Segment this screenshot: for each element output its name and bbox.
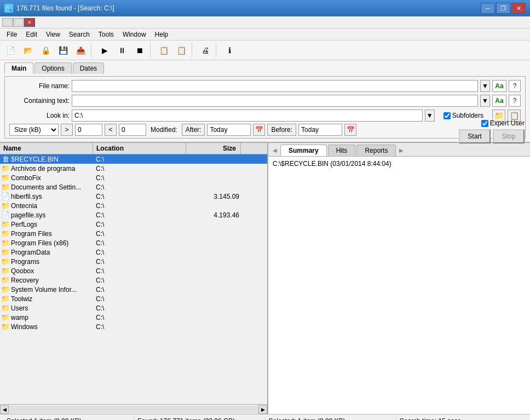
file-icon: 📁 bbox=[0, 248, 11, 256]
tab-main[interactable]: Main bbox=[4, 62, 33, 74]
table-row[interactable]: 📁 Program Files C:\ bbox=[0, 229, 267, 238]
subfolders-checkbox[interactable] bbox=[443, 112, 451, 119]
look-in-dropdown[interactable]: ▼ bbox=[425, 110, 435, 122]
before-calendar-button[interactable]: 📅 bbox=[344, 124, 356, 136]
table-row[interactable]: 📁 Archivos de programa C:\ bbox=[0, 164, 267, 173]
inner-minimize[interactable]: ─ bbox=[2, 18, 13, 27]
containing-text-input[interactable] bbox=[72, 95, 478, 107]
about-button[interactable]: ℹ bbox=[221, 43, 238, 58]
stop-button[interactable]: Stop bbox=[493, 129, 525, 143]
scroll-right[interactable]: ▶ bbox=[258, 405, 267, 414]
col-header-name[interactable]: Name bbox=[0, 143, 93, 154]
containing-text-help[interactable]: ? bbox=[509, 95, 521, 107]
size-max-input[interactable] bbox=[119, 124, 146, 136]
scroll-left[interactable]: ◀ bbox=[0, 405, 9, 414]
minimize-button[interactable]: ─ bbox=[481, 3, 495, 14]
menu-tools[interactable]: Tools bbox=[94, 30, 118, 39]
col-header-size[interactable]: Size bbox=[186, 143, 241, 154]
table-row[interactable]: 📁 Recovery C:\ bbox=[0, 275, 267, 285]
after-date-input[interactable] bbox=[207, 124, 251, 136]
file-name-cell: Windows bbox=[11, 323, 96, 331]
size-min-input[interactable] bbox=[75, 124, 102, 136]
inner-close[interactable]: ✕ bbox=[24, 18, 35, 27]
before-button[interactable]: Before: bbox=[267, 124, 296, 136]
menu-file[interactable]: File bbox=[2, 30, 21, 39]
table-row[interactable]: 📁 ProgramData C:\ bbox=[0, 248, 267, 257]
look-in-input[interactable] bbox=[72, 110, 423, 122]
table-row[interactable]: 📁 Ontecnia C:\ bbox=[0, 201, 267, 210]
print-button[interactable]: 🖨 bbox=[197, 43, 214, 58]
file-name-input[interactable] bbox=[72, 80, 478, 92]
export-button[interactable]: 📤 bbox=[72, 43, 89, 58]
save-button[interactable]: 💾 bbox=[55, 43, 71, 58]
clipboard-button[interactable]: 📋 bbox=[173, 43, 189, 58]
start-button[interactable]: Start bbox=[459, 129, 491, 143]
new-button[interactable]: 📄 bbox=[2, 43, 19, 58]
close-button[interactable]: ✕ bbox=[511, 3, 526, 14]
stop-button[interactable]: ⏹ bbox=[131, 43, 148, 58]
less-than-button[interactable]: < bbox=[105, 124, 117, 136]
table-row[interactable]: 📁 ComboFix C:\ bbox=[0, 173, 267, 182]
restore-button[interactable]: ❐ bbox=[496, 3, 510, 14]
menu-view[interactable]: View bbox=[42, 30, 65, 39]
containing-text-font[interactable]: Aa bbox=[492, 95, 506, 107]
file-location-cell: C:\ bbox=[96, 277, 189, 284]
scroll-track[interactable] bbox=[9, 406, 258, 413]
before-date-input[interactable] bbox=[298, 124, 342, 136]
file-location-cell: C:\ bbox=[96, 183, 189, 191]
file-location-cell: C:\ bbox=[96, 286, 189, 294]
size-filter-select[interactable]: Size (kB) bbox=[9, 124, 59, 136]
result-tab-prev[interactable]: ◀ bbox=[270, 144, 279, 156]
tab-dates[interactable]: Dates bbox=[73, 62, 104, 74]
table-row[interactable]: 📄 hiberfil.sys C:\ 3.145.09 bbox=[0, 192, 267, 201]
after-button[interactable]: After: bbox=[182, 124, 205, 136]
greater-than-button[interactable]: > bbox=[61, 124, 73, 136]
file-name-cell: Programs bbox=[11, 258, 96, 266]
col-header-location[interactable]: Location bbox=[93, 143, 186, 154]
menu-help[interactable]: Help bbox=[151, 30, 173, 39]
horizontal-scrollbar[interactable]: ◀ ▶ bbox=[0, 404, 267, 414]
after-calendar-button[interactable]: 📅 bbox=[253, 124, 265, 136]
file-name-dropdown[interactable]: ▼ bbox=[480, 80, 490, 92]
table-row[interactable]: 📁 Program Files (x86) C:\ bbox=[0, 238, 267, 248]
file-list-body[interactable]: 🗑 $RECYCLE.BIN C:\ 📁 Archivos de program… bbox=[0, 154, 267, 404]
file-name-cell: wamp bbox=[11, 314, 96, 321]
expert-user-checkbox[interactable] bbox=[481, 120, 488, 127]
file-size-cell: 4.193.46 bbox=[189, 211, 244, 219]
table-row[interactable]: 📁 Documents and Settin... C:\ bbox=[0, 182, 267, 192]
file-name-font[interactable]: Aa bbox=[492, 80, 506, 92]
look-in-label: Look in: bbox=[9, 112, 70, 119]
menu-search[interactable]: Search bbox=[65, 30, 94, 39]
containing-text-dropdown[interactable]: ▼ bbox=[480, 95, 490, 107]
status-bar: Selected 1 item (0.00 KB) Found: 176.771… bbox=[0, 414, 530, 420]
table-row[interactable]: 📁 Windows C:\ bbox=[0, 322, 267, 331]
lock-button[interactable]: 🔒 bbox=[37, 43, 54, 58]
table-row[interactable]: 📁 PerfLogs C:\ bbox=[0, 220, 267, 229]
menu-edit[interactable]: Edit bbox=[21, 30, 42, 39]
modified-label: Modified: bbox=[151, 126, 177, 134]
tab-hits[interactable]: Hits bbox=[328, 145, 356, 156]
file-name-help[interactable]: ? bbox=[509, 80, 521, 92]
pause-button[interactable]: ⏸ bbox=[114, 43, 130, 58]
table-row[interactable]: 📁 Users C:\ bbox=[0, 303, 267, 313]
table-row[interactable]: 📁 Toolwiz C:\ bbox=[0, 294, 267, 303]
table-row[interactable]: 🗑 $RECYCLE.BIN C:\ bbox=[0, 154, 267, 164]
look-in-row: Look in: ▼ Subfolders 📁 📋 bbox=[9, 110, 521, 122]
inner-restore[interactable]: ❐ bbox=[13, 18, 24, 27]
table-row[interactable]: 📁 System Volume Infor... C:\ bbox=[0, 285, 267, 294]
copy-button[interactable]: 📋 bbox=[155, 43, 172, 58]
table-row[interactable]: 📁 Programs C:\ bbox=[0, 257, 267, 266]
tab-options[interactable]: Options bbox=[34, 62, 71, 74]
result-tab-next[interactable]: ▶ bbox=[397, 144, 406, 156]
menu-window[interactable]: Window bbox=[118, 30, 151, 39]
file-location-cell: C:\ bbox=[96, 239, 189, 247]
file-location-cell: C:\ bbox=[96, 165, 189, 172]
play-button[interactable]: ▶ bbox=[96, 43, 113, 58]
table-row[interactable]: 📁 Qoobox C:\ bbox=[0, 266, 267, 275]
file-name-cell: Ontecnia bbox=[11, 202, 96, 210]
tab-reports[interactable]: Reports bbox=[356, 145, 396, 156]
table-row[interactable]: 📄 pagefile.sys C:\ 4.193.46 bbox=[0, 210, 267, 220]
table-row[interactable]: 📁 wamp C:\ bbox=[0, 313, 267, 322]
tab-summary[interactable]: Summary bbox=[280, 145, 327, 156]
open-button[interactable]: 📂 bbox=[20, 43, 36, 58]
